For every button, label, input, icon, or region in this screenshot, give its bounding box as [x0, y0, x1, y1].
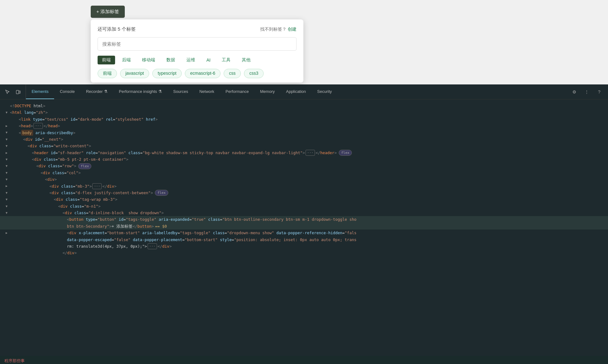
tag-category-mobile[interactable]: 移动端	[138, 56, 160, 64]
svg-rect-0	[16, 90, 19, 94]
device-toolbar-icon[interactable]	[14, 88, 23, 96]
arrow-3	[6, 117, 10, 122]
tag-category-ops[interactable]: 运维	[182, 56, 200, 64]
arrow-4[interactable]: ▶	[6, 124, 10, 129]
devtools-tab-sources[interactable]: Sources	[168, 84, 194, 99]
settings-icon[interactable]: ⚙	[570, 88, 579, 96]
devtools-right-icons: ⚙ ⋮ ?	[565, 84, 608, 99]
arrow-8[interactable]: ▶	[6, 150, 10, 155]
code-line-7: ▼ <div class="write-content" >	[0, 143, 608, 149]
tag-suggestion-javascript[interactable]: javascript	[120, 69, 149, 78]
arrow-19	[6, 224, 10, 229]
code-line-19: btn btn-Secondary" > + 添加标签 </button> ==…	[0, 223, 608, 230]
code-line-3: <link type="text/css" id="dark-mode" rel…	[0, 116, 608, 123]
arrow-7[interactable]: ▼	[6, 144, 10, 149]
code-line-20: ▶ <div x-placement="bottom-start" aria-l…	[0, 230, 608, 236]
code-line-6: ▼ <div id="__next" >	[0, 136, 608, 143]
code-area: <!DOCTYPE html> ▼ <html lang="zh" > <lin…	[0, 99, 608, 356]
devtools-tab-performance[interactable]: Performance	[220, 84, 254, 99]
devtools-tab-security[interactable]: Security	[312, 84, 337, 99]
arrow-5[interactable]: ▼	[6, 130, 10, 135]
tag-suggestions: 前端javascripttypescriptecmascript-6csscss…	[98, 69, 296, 78]
devtools-tab-network[interactable]: Network	[194, 84, 220, 99]
devtools-tab-console[interactable]: Console	[54, 84, 80, 99]
code-line-13: ▶ <div class="mb-3" > ··· </div>	[0, 183, 608, 190]
arrow-18	[6, 217, 10, 222]
arrow-15[interactable]: ▼	[6, 197, 10, 202]
arrow-13[interactable]: ▶	[6, 184, 10, 189]
tag-dropdown: 还可添加 5 个标签 找不到标签？ 创建 前端后端移动端数据运维AI工具其他 前…	[91, 19, 303, 83]
code-line-17: ▼ <div class="d-inline-block show dropdo…	[0, 210, 608, 216]
arrow-22	[6, 244, 10, 249]
help-icon[interactable]: ?	[595, 88, 604, 96]
arrow-17[interactable]: ▼	[6, 210, 10, 215]
devtools-tab-memory[interactable]: Memory	[255, 84, 281, 99]
code-line-5: ▼ <body aria-describedby >	[0, 129, 608, 136]
select-element-icon[interactable]	[3, 88, 12, 96]
arrow-6[interactable]: ▼	[6, 137, 10, 142]
code-line-23: </div>	[0, 250, 608, 256]
tag-categories: 前端后端移动端数据运维AI工具其他	[98, 56, 296, 64]
code-line-9: ▼ <div class="mb-5 pt-2 pt-sm-4 containe…	[0, 156, 608, 163]
arrow-12[interactable]: ▼	[6, 177, 10, 182]
tag-category-tools[interactable]: 工具	[217, 56, 235, 64]
code-line-11: ▼ <div class="col" >	[0, 169, 608, 176]
arrow-20[interactable]: ▶	[6, 230, 10, 235]
arrow-1	[6, 104, 10, 109]
arrow-21	[6, 237, 10, 242]
tag-suggestion-css[interactable]: css	[224, 69, 241, 78]
arrow-16[interactable]: ▼	[6, 204, 10, 209]
tag-category-data[interactable]: 数据	[162, 56, 180, 64]
code-line-16: ▼ <div class="m-n1" >	[0, 203, 608, 210]
not-found-text: 找不到标签？ 创建	[260, 27, 296, 32]
more-options-icon[interactable]: ⋮	[582, 88, 591, 96]
devtools-tab-application[interactable]: Application	[280, 84, 312, 99]
code-line-4: ▶ <head> ··· </head>	[0, 123, 608, 129]
code-line-8: ▶ <header id="sf-header" role="navigatio…	[0, 149, 608, 156]
arrow-10[interactable]: ▼	[6, 164, 10, 169]
page-area: + 添加标签 还可添加 5 个标签 找不到标签？ 创建 前端后端移动端数据运维A…	[0, 0, 608, 84]
arrow-9[interactable]: ▼	[6, 157, 10, 162]
code-line-10: ▼ <div class="row" > flex	[0, 163, 608, 169]
devtools-tab-recorder[interactable]: Recorder ⚗	[80, 84, 113, 99]
tag-category-ai[interactable]: AI	[202, 56, 215, 64]
remaining-tags-text: 还可添加 5 个标签	[98, 26, 136, 32]
create-tag-link[interactable]: 创建	[288, 27, 296, 32]
tag-category-frontend[interactable]: 前端	[98, 56, 115, 64]
code-line-14: ▼ <div class="d-flex justify-content-bet…	[0, 190, 608, 196]
tag-suggestion-前端[interactable]: 前端	[98, 69, 117, 78]
code-line-18: <button type="button" id="tags-toggle" a…	[0, 216, 608, 223]
arrow-11[interactable]: ▼	[6, 170, 10, 175]
tag-suggestion-typescript[interactable]: typescript	[152, 69, 182, 78]
tag-suggestion-css3[interactable]: css3	[244, 69, 264, 78]
tag-suggestion-ecmascript-6[interactable]: ecmascript-6	[185, 69, 220, 78]
tag-category-other[interactable]: 其他	[237, 56, 255, 64]
code-line-1: <!DOCTYPE html>	[0, 103, 608, 109]
arrow-23	[6, 250, 10, 255]
add-tag-button[interactable]: + 添加标签	[91, 6, 125, 18]
devtools-tab-elements[interactable]: Elements	[26, 84, 54, 99]
tag-search-input[interactable]	[98, 37, 296, 51]
code-line-12: ▼ <div >	[0, 176, 608, 183]
arrow-2[interactable]: ▼	[6, 110, 10, 115]
code-line-2: ▼ <html lang="zh" >	[0, 109, 608, 116]
devtools-tab-performance-insights[interactable]: Performance insights ⚗	[113, 84, 168, 99]
bottom-bar-text: 程序那些事	[4, 358, 25, 364]
arrow-14[interactable]: ▼	[6, 190, 10, 195]
svg-rect-1	[19, 91, 20, 93]
code-line-15: ▼ <div class="tag-wrap mb-3" >	[0, 196, 608, 203]
code-line-22: rm: translate3d(4px, 37px, 0px);"> ··· <…	[0, 243, 608, 250]
devtools-bar: ElementsConsoleRecorder ⚗Performance ins…	[0, 84, 608, 99]
devtools-tabs: ElementsConsoleRecorder ⚗Performance ins…	[26, 84, 565, 99]
dropdown-header: 还可添加 5 个标签 找不到标签？ 创建	[98, 26, 296, 32]
code-line-21: data-popper-escaped="false" data-popper-…	[0, 236, 608, 243]
devtools-icon-group	[0, 84, 26, 99]
tag-category-backend[interactable]: 后端	[118, 56, 135, 64]
bottom-bar: 程序那些事	[0, 356, 608, 364]
